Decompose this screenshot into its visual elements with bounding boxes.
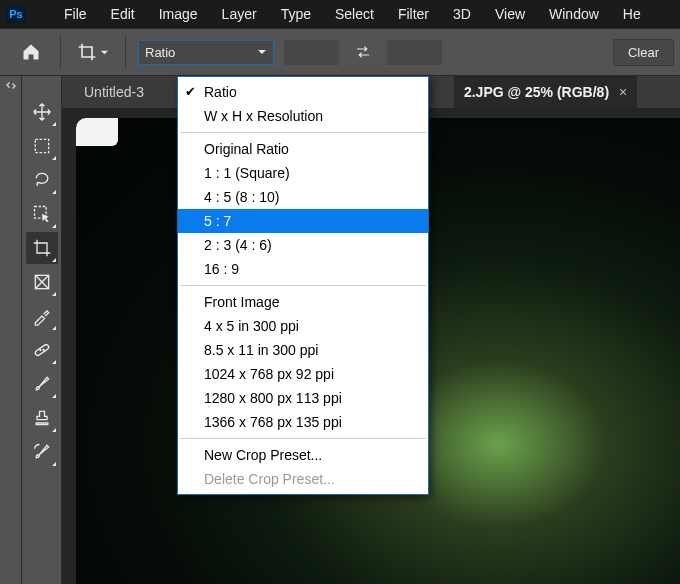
history-brush-tool[interactable] xyxy=(26,436,58,468)
tool-palette xyxy=(22,76,62,584)
app-logo-text: Ps xyxy=(9,8,22,20)
frame-icon xyxy=(32,272,52,292)
dropdown-separator xyxy=(180,438,426,439)
move-tool[interactable] xyxy=(26,96,58,128)
expand-icon xyxy=(5,82,17,92)
menu-select[interactable]: Select xyxy=(323,3,386,25)
dropdown-item-label: Delete Crop Preset... xyxy=(204,471,335,487)
menu-view[interactable]: View xyxy=(483,3,537,25)
dropdown-item-8p5x11-300[interactable]: 8.5 x 11 in 300 ppi xyxy=(178,338,428,362)
dropdown-item-label: W x H x Resolution xyxy=(204,108,323,124)
dropdown-item-label: 1280 x 800 px 113 ppi xyxy=(204,390,342,406)
dropdown-item-label: 4 : 5 (8 : 10) xyxy=(204,189,279,205)
menu-window[interactable]: Window xyxy=(537,3,611,25)
menu-file[interactable]: File xyxy=(52,3,99,25)
dropdown-item-label: 1 : 1 (Square) xyxy=(204,165,290,181)
lasso-icon xyxy=(32,170,52,190)
dropdown-item-4x5-300[interactable]: 4 x 5 in 300 ppi xyxy=(178,314,428,338)
crop-height-input[interactable] xyxy=(387,40,442,65)
brush-icon xyxy=(32,374,52,394)
quick-select-tool[interactable] xyxy=(26,198,58,230)
menu-type[interactable]: Type xyxy=(269,3,323,25)
dropdown-item-label: 2 : 3 (4 : 6) xyxy=(204,237,272,253)
dropdown-item-label: 1024 x 768 px 92 ppi xyxy=(204,366,334,382)
dropdown-item-label: 1366 x 768 px 135 ppi xyxy=(204,414,342,430)
dropdown-item-2-3[interactable]: 2 : 3 (4 : 6) xyxy=(178,233,428,257)
menu-layer[interactable]: Layer xyxy=(210,3,269,25)
document-tab-label: 2.JPG @ 25% (RGB/8) xyxy=(464,84,609,100)
eyedropper-icon xyxy=(32,306,52,326)
document-tab-active[interactable]: 2.JPG @ 25% (RGB/8) × xyxy=(454,76,637,108)
marquee-tool[interactable] xyxy=(26,130,58,162)
lasso-tool[interactable] xyxy=(26,164,58,196)
menu-help[interactable]: He xyxy=(611,3,653,25)
clear-label: Clear xyxy=(628,45,659,60)
dropdown-separator xyxy=(180,132,426,133)
divider xyxy=(125,35,126,69)
dropdown-item-delete-preset: Delete Crop Preset... xyxy=(178,467,428,491)
chevron-down-icon xyxy=(100,48,109,57)
dropdown-item-label: New Crop Preset... xyxy=(204,447,322,463)
history-brush-icon xyxy=(32,442,52,462)
dropdown-item-4-5[interactable]: 4 : 5 (8 : 10) xyxy=(178,185,428,209)
svg-point-5 xyxy=(43,350,44,351)
dropdown-item-5-7[interactable]: 5 : 7 xyxy=(178,209,428,233)
svg-rect-3 xyxy=(34,344,49,357)
marquee-icon xyxy=(32,136,52,156)
dropdown-item-label: 5 : 7 xyxy=(204,213,231,229)
clear-button[interactable]: Clear xyxy=(613,39,674,66)
menu-edit[interactable]: Edit xyxy=(99,3,147,25)
dropdown-item-1366x768[interactable]: 1366 x 768 px 135 ppi xyxy=(178,410,428,434)
close-tab-icon[interactable]: × xyxy=(619,84,627,100)
dropdown-item-label: Front Image xyxy=(204,294,279,310)
svg-point-4 xyxy=(39,350,40,351)
divider xyxy=(60,35,61,69)
svg-rect-0 xyxy=(35,139,48,152)
dropdown-item-label: 8.5 x 11 in 300 ppi xyxy=(204,342,318,358)
app-logo: Ps xyxy=(6,5,26,23)
options-bar: Ratio Clear xyxy=(0,28,680,76)
document-tab-label: Untitled-3 xyxy=(84,84,144,100)
brush-tool[interactable] xyxy=(26,368,58,400)
home-button[interactable] xyxy=(14,35,48,69)
menu-3d[interactable]: 3D xyxy=(441,3,483,25)
dropdown-item-front-image[interactable]: Front Image xyxy=(178,290,428,314)
quick-select-icon xyxy=(32,204,52,224)
dropdown-item-16-9[interactable]: 16 : 9 xyxy=(178,257,428,281)
dropdown-item-label: 4 x 5 in 300 ppi xyxy=(204,318,299,334)
stamp-tool[interactable] xyxy=(26,402,58,434)
frame-tool[interactable] xyxy=(26,266,58,298)
crop-icon xyxy=(32,238,52,258)
document-tab-inactive[interactable]: Untitled-3 xyxy=(74,76,154,108)
menu-filter[interactable]: Filter xyxy=(386,3,441,25)
dropdown-item-label: 16 : 9 xyxy=(204,261,239,277)
home-icon xyxy=(21,42,41,62)
dropdown-item-1024x768[interactable]: 1024 x 768 px 92 ppi xyxy=(178,362,428,386)
dropdown-item-original-ratio[interactable]: Original Ratio xyxy=(178,137,428,161)
dropdown-item-1280x800[interactable]: 1280 x 800 px 113 ppi xyxy=(178,386,428,410)
check-icon: ✔ xyxy=(185,84,196,99)
swap-dimensions-button[interactable] xyxy=(349,38,377,66)
move-icon xyxy=(32,102,52,122)
crop-ratio-value: Ratio xyxy=(145,45,175,60)
menubar: Ps File Edit Image Layer Type Select Fil… xyxy=(0,0,680,28)
eyedropper-tool[interactable] xyxy=(26,300,58,332)
dropdown-item-wxh[interactable]: W x H x Resolution xyxy=(178,104,428,128)
healing-tool[interactable] xyxy=(26,334,58,366)
crop-tool-preset[interactable] xyxy=(73,35,113,69)
crop-ratio-select[interactable]: Ratio xyxy=(138,40,274,65)
toolbar-expander[interactable] xyxy=(0,76,22,584)
crop-tool[interactable] xyxy=(26,232,58,264)
dropdown-separator xyxy=(180,285,426,286)
dropdown-item-label: Ratio xyxy=(204,84,237,100)
crop-width-input[interactable] xyxy=(284,40,339,65)
bandage-icon xyxy=(32,340,52,360)
crop-icon xyxy=(77,42,97,62)
crop-ratio-dropdown: ✔ Ratio W x H x Resolution Original Rati… xyxy=(177,76,429,495)
dropdown-item-new-preset[interactable]: New Crop Preset... xyxy=(178,443,428,467)
dropdown-item-1-1[interactable]: 1 : 1 (Square) xyxy=(178,161,428,185)
dropdown-item-label: Original Ratio xyxy=(204,141,289,157)
menu-image[interactable]: Image xyxy=(147,3,210,25)
stamp-icon xyxy=(32,408,52,428)
dropdown-item-ratio[interactable]: ✔ Ratio xyxy=(178,80,428,104)
